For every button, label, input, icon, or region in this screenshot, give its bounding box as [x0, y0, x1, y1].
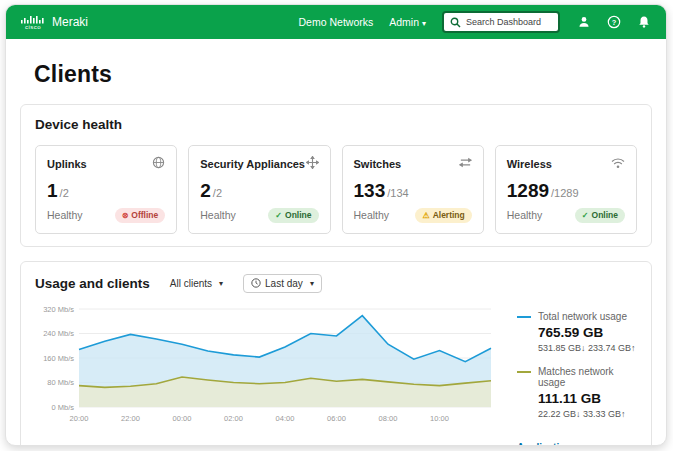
chevron-down-icon: ▾ [219, 279, 223, 288]
legend-label: Total network usage [538, 311, 637, 322]
svg-text:320 Mb/s: 320 Mb/s [43, 304, 74, 313]
svg-text:04:00: 04:00 [276, 414, 295, 423]
legend-matches-network-usage: Matches network usage 111.11 GB 22.22 GB… [517, 366, 637, 419]
status-badge: ✓ Online [575, 208, 625, 223]
top-navigation-bar: cisco Meraki Demo Networks Admin▾ [6, 5, 666, 39]
device-health-heading: Device health [35, 117, 637, 132]
chevron-down-icon: ▾ [422, 19, 426, 28]
status-badge: ⚠ Alerting [415, 208, 471, 223]
svg-text:08:00: 08:00 [379, 414, 398, 423]
healthy-label: Healthy [200, 209, 236, 221]
svg-text:240 Mb/s: 240 Mb/s [43, 329, 74, 338]
svg-text:00:00: 00:00 [173, 414, 192, 423]
nav-admin-menu[interactable]: Admin▾ [389, 16, 426, 28]
svg-text:160 Mb/s: 160 Mb/s [43, 353, 74, 362]
legend-label: Matches network usage [538, 366, 637, 388]
status-label: Online [285, 210, 311, 220]
device-card-row: Uplinks 1/2 Healthy [35, 145, 637, 234]
legend-detail: 22.22 GB↓ 33.33 GB↑ [538, 409, 637, 419]
legend-value: 765.59 GB [538, 325, 637, 340]
total-number: /1289 [551, 187, 579, 199]
chevron-down-icon: ▾ [310, 279, 314, 288]
all-clients-dropdown[interactable]: All clients▾ [170, 278, 223, 289]
cisco-meraki-logo: cisco Meraki [20, 15, 88, 30]
online-check-icon: ✓ [582, 211, 589, 220]
meraki-dashboard-window: cisco Meraki Demo Networks Admin▾ [5, 4, 667, 446]
svg-text:10:00: 10:00 [430, 414, 449, 423]
healthy-count: 133/134 [354, 180, 472, 202]
meraki-wordmark: Meraki [52, 15, 88, 29]
svg-text:22:00: 22:00 [121, 414, 140, 423]
svg-text:?: ? [612, 18, 617, 27]
usage-legend: Total network usage 765.59 GB 531.85 GB↓… [503, 303, 637, 447]
card-title: Uplinks [47, 158, 87, 170]
search-icon [450, 17, 461, 28]
nav-demo-networks[interactable]: Demo Networks [299, 16, 374, 28]
healthy-count: 1289/1289 [507, 180, 625, 202]
healthy-label: Healthy [354, 209, 390, 221]
page-title: Clients [34, 61, 638, 88]
series-marker-total [517, 316, 531, 319]
svg-text:80 Mb/s: 80 Mb/s [47, 378, 74, 387]
move-icon [306, 155, 319, 173]
time-range-label: Last day [265, 278, 303, 289]
clock-icon [251, 278, 261, 288]
globe-icon [152, 155, 165, 173]
series-marker-matches [517, 371, 531, 374]
device-card-wireless[interactable]: Wireless 1289/1289 [495, 145, 637, 234]
total-number: /134 [387, 187, 408, 199]
notifications-bell-icon[interactable] [636, 14, 652, 30]
svg-text:02:00: 02:00 [224, 414, 243, 423]
usage-chart: 320 Mb/s240 Mb/s160 Mb/s80 Mb/s0 Mb/s20:… [35, 303, 503, 447]
status-label: Offline [131, 210, 158, 220]
help-icon[interactable]: ? [606, 14, 622, 30]
usage-clients-section: Usage and clients All clients▾ Last day▾ [20, 261, 652, 447]
topbar-icon-group: ? [576, 14, 652, 30]
usage-clients-heading: Usage and clients [35, 276, 150, 291]
time-range-dropdown[interactable]: Last day▾ [243, 274, 322, 293]
wifi-icon [611, 155, 625, 173]
device-health-section: Device health Uplinks [20, 104, 652, 247]
device-card-security-appliances[interactable]: Security Appliances [188, 145, 330, 234]
card-title: Security Appliances [200, 158, 305, 170]
admin-label: Admin [389, 16, 419, 28]
svg-text:06:00: 06:00 [327, 414, 346, 423]
main-content: Clients Device health Uplinks [6, 39, 666, 446]
account-icon[interactable] [576, 14, 592, 30]
healthy-number: 133 [354, 180, 386, 201]
card-title: Switches [354, 158, 402, 170]
status-badge: ⊗ Offline [115, 208, 166, 223]
legend-detail: 531.85 GB↓ 233.74 GB↑ [538, 343, 637, 353]
total-number: /2 [213, 187, 222, 199]
all-clients-label: All clients [170, 278, 212, 289]
total-number: /2 [60, 187, 69, 199]
status-label: Online [592, 210, 618, 220]
status-label: Alerting [433, 210, 465, 220]
offline-icon: ⊗ [122, 211, 129, 220]
healthy-label: Healthy [47, 209, 83, 221]
status-badge: ✓ Online [268, 208, 318, 223]
alert-warning-icon: ⚠ [422, 211, 429, 220]
online-check-icon: ✓ [275, 211, 282, 220]
search-box[interactable] [442, 11, 560, 33]
card-title: Wireless [507, 158, 552, 170]
svg-text:0 Mb/s: 0 Mb/s [51, 402, 74, 411]
search-input[interactable] [466, 17, 552, 27]
healthy-number: 1289 [507, 180, 549, 201]
healthy-number: 1 [47, 180, 58, 201]
legend-total-network-usage: Total network usage 765.59 GB 531.85 GB↓… [517, 311, 637, 353]
device-card-uplinks[interactable]: Uplinks 1/2 Healthy [35, 145, 177, 234]
healthy-label: Healthy [507, 209, 543, 221]
healthy-count: 1/2 [47, 180, 165, 202]
device-card-switches[interactable]: Switches [342, 145, 484, 234]
cisco-logo-icon: cisco [20, 15, 46, 30]
svg-text:20:00: 20:00 [70, 414, 89, 423]
application-usage-link[interactable]: Application usage [517, 442, 603, 447]
healthy-count: 2/2 [200, 180, 318, 202]
cisco-wordmark: cisco [25, 24, 41, 30]
healthy-number: 2 [200, 180, 211, 201]
swap-icon [459, 155, 472, 173]
legend-value: 111.11 GB [538, 391, 637, 406]
